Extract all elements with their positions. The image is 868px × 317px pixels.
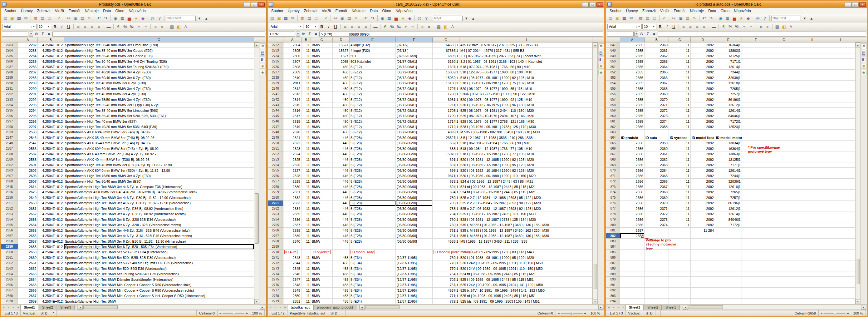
row-header-2661[interactable]: 2661: [1, 255, 18, 260]
column-header-f[interactable]: F: [742, 37, 770, 42]
cell-A2298[interactable]: 2297: [18, 124, 38, 129]
cell-A864[interactable]: ID produkt: [620, 135, 645, 141]
cell-H857[interactable]: [798, 97, 826, 103]
cell-D877[interactable]: 2092: [691, 206, 715, 211]
cell-C2652[interactable]: Sportstoßdämpfer High Tec BMW 3er 4 Zyl.…: [64, 206, 254, 211]
cell-B2742[interactable]: 11: [302, 97, 311, 103]
align-left-icon[interactable]: ≡: [342, 23, 348, 30]
cell-B2602[interactable]: 4.2504E+012: [38, 163, 64, 168]
row-header-2759[interactable]: 2759: [268, 190, 283, 195]
row-header-2548[interactable]: 2548: [1, 141, 18, 146]
cell-B2663[interactable]: 4.2504E+012: [38, 266, 64, 271]
underline-icon[interactable]: U: [332, 23, 339, 30]
cell-E861[interactable]: 7172|1: [715, 119, 742, 124]
cell-I856[interactable]: [826, 91, 855, 97]
navigator-panel-icon[interactable]: ◈: [260, 70, 266, 75]
cell-C864[interactable]: ID vyrobce: [669, 135, 691, 141]
cell-A2293[interactable]: 2292: [18, 97, 38, 103]
formula-equals-icon[interactable]: =: [46, 32, 52, 37]
row-header-890[interactable]: 890: [606, 277, 620, 282]
cell-A883[interactable]: [620, 239, 645, 244]
minimize-button[interactable]: ‒: [845, 2, 851, 7]
cell-B853[interactable]: 2366: [645, 75, 669, 81]
cell-D851[interactable]: 2092: [691, 64, 715, 70]
cell-A2295[interactable]: 2294: [18, 108, 38, 113]
row-header-2735[interactable]: 2735: [268, 59, 283, 64]
cell-D2776[interactable]: 458: [333, 282, 349, 288]
row-header-2755[interactable]: 2755: [268, 168, 283, 173]
cell-H2758[interactable]: 524 td | 09-1983 - 12-1987 | 2443 | 85 |…: [459, 184, 592, 190]
cell-B2760[interactable]: 11: [302, 195, 311, 201]
remove-decimal-icon[interactable]: −: [143, 23, 149, 30]
cell-I858[interactable]: [826, 103, 855, 108]
cell-A2744[interactable]: 2816: [283, 108, 302, 113]
cell-C2741[interactable]: BMW: [311, 91, 333, 97]
row-header-2771[interactable]: 2771: [268, 255, 283, 260]
cell-F874[interactable]: [742, 190, 770, 195]
row-header-883[interactable]: 883: [606, 239, 620, 244]
cell-B2547[interactable]: 4.2504E+012: [38, 135, 64, 141]
cell-F2764[interactable]: [06/80-06/90]: [396, 217, 433, 222]
cell-A847[interactable]: 2655: [620, 42, 645, 48]
cell-A877[interactable]: 2656: [620, 206, 645, 211]
cell-F855[interactable]: [742, 86, 770, 91]
cell-H2761[interactable]: 525 e 2.7 | 12-1984 - 12-1987 | 2693 | 9…: [459, 201, 592, 206]
cell-C2664[interactable]: Sportstoßdämpfer High Tec BMW 5er Tourin…: [64, 271, 254, 277]
column-header-b[interactable]: B: [302, 37, 311, 42]
cell-C2602[interactable]: Sportfahrwerk High Tec 40 mm BMW 3er (E3…: [64, 163, 254, 168]
cell-E2767[interactable]: 5 (E28): [349, 233, 396, 239]
cell-E881[interactable]: [715, 228, 742, 233]
cell-C2746[interactable]: BMW: [311, 119, 333, 124]
cell-G868[interactable]: [770, 157, 798, 163]
row-header-2738[interactable]: 2738: [268, 75, 283, 81]
cell-D2737[interactable]: 450: [333, 70, 349, 75]
cell-C2772[interactable]: BMW: [311, 260, 333, 266]
cell-A2292[interactable]: 2291: [18, 91, 38, 97]
cell-F861[interactable]: [742, 119, 770, 124]
cell-D2749[interactable]: 446: [333, 135, 349, 141]
cell-B2667[interactable]: 4.2504E+012: [38, 288, 64, 293]
minimize-button[interactable]: ‒: [582, 2, 589, 7]
menu-nápověda[interactable]: Nápověda: [126, 8, 148, 14]
navigator-icon[interactable]: ★: [738, 15, 744, 21]
properties-icon[interactable]: ▤: [260, 50, 266, 56]
column-header-b[interactable]: B: [645, 37, 669, 42]
cell-I879[interactable]: [826, 217, 855, 222]
cell-A2772[interactable]: 2844: [283, 260, 302, 266]
row-header-2587[interactable]: 2587: [1, 146, 18, 151]
row-header-2294[interactable]: 2294: [1, 103, 18, 108]
cell-A2608[interactable]: 2607: [18, 179, 38, 184]
cell-A2760[interactable]: 2832: [283, 195, 302, 201]
cell-B2772[interactable]: 11: [302, 260, 311, 266]
row-header-855[interactable]: 855: [606, 86, 620, 91]
cell-F2740[interactable]: [08/72-08/81]: [396, 86, 433, 91]
cell-B892[interactable]: [645, 288, 669, 293]
cell-H894[interactable]: [798, 298, 826, 304]
cell-B2736[interactable]: 11: [302, 64, 311, 70]
cell-C878[interactable]: 11: [669, 211, 691, 217]
undo-icon[interactable]: ↶: [701, 15, 707, 21]
cell-H2773[interactable]: 520 i 24V | 09-1989 - 09-1995 | 1991 | 1…: [459, 266, 592, 271]
cell-H2771[interactable]: 520 i | 01-1988 - 08-1991 | 1990 | 95 | …: [459, 255, 592, 260]
cell-C2732[interactable]: BMW: [311, 42, 333, 48]
undo-icon[interactable]: ↶: [96, 15, 102, 21]
cell-H2768[interactable]: M5 | 1985 - 12-1987 | 3453 | 211 | 286 |…: [459, 239, 592, 244]
row-header-2650[interactable]: 2650: [1, 195, 18, 201]
cell-C2762[interactable]: BMW: [311, 206, 333, 211]
cell-D868[interactable]: 2092: [691, 157, 715, 163]
standard-format-icon[interactable]: ‰: [396, 23, 402, 30]
cell-A887[interactable]: [620, 260, 645, 266]
row-header-2539[interactable]: 2539: [1, 129, 18, 135]
cell-C2651[interactable]: Sportstoßdämpfer High Tec BMW 3er 4+6 Zy…: [64, 201, 254, 206]
cell-E2738[interactable]: 5 (E12): [349, 75, 396, 81]
cell-E2754[interactable]: 5 (E28): [349, 163, 396, 168]
row-header-2768[interactable]: 2768: [268, 239, 283, 244]
cell-B847[interactable]: 2360: [645, 42, 669, 48]
cell-B2733[interactable]: 11: [302, 48, 311, 53]
cell-B2765[interactable]: 11: [302, 222, 311, 228]
cell-D2745[interactable]: 450: [333, 113, 349, 119]
close-button[interactable]: ×: [596, 2, 603, 7]
cell-B865[interactable]: 2359: [645, 141, 669, 146]
cell-C2293[interactable]: Sportfahrwerk High Tec 75/50 mm BMW 3er …: [64, 97, 254, 103]
cell-I876[interactable]: [826, 201, 855, 206]
